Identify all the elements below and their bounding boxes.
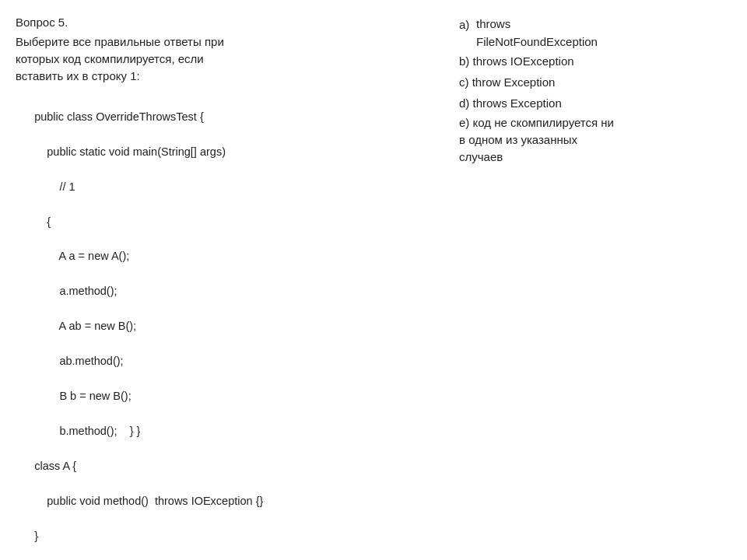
option-a-line2: FileNotFoundException	[476, 35, 598, 48]
code-line-1: public class OverrideThrowsTest {	[34, 110, 204, 123]
code-line-3: // 1	[34, 180, 75, 193]
code-line-8: ab.method();	[34, 355, 123, 367]
page-container: Вопрос 5. Выберите все правильные ответы…	[0, 0, 747, 560]
option-a-label: a)	[459, 16, 473, 51]
option-e-line1: e) код не скомпилируется ни	[459, 116, 614, 129]
option-e-line3: случаев	[459, 150, 503, 163]
option-a-line1: throws	[476, 17, 510, 30]
option-e-line2: в одном из указанных	[459, 133, 577, 146]
option-b: b) throws IOException	[459, 52, 747, 72]
code-line-6: a.method();	[34, 285, 117, 297]
option-a: a) throws FileNotFoundException	[459, 16, 747, 51]
code-line-9: B b = new B();	[34, 390, 132, 402]
code-line-10: b.method(); } }	[34, 425, 140, 437]
question-text-content: Выберите все правильные ответы при котор…	[16, 35, 224, 82]
right-panel: a) throws FileNotFoundException b) throw…	[451, 14, 747, 546]
option-a-text: throws FileNotFoundException	[476, 16, 598, 51]
code-line-5: A a = new A();	[34, 250, 129, 262]
code-line-4: {	[34, 215, 51, 228]
option-c: c) throw Exception	[459, 73, 747, 93]
left-panel: Вопрос 5. Выберите все правильные ответы…	[16, 14, 451, 546]
code-line-13: }	[34, 530, 38, 542]
code-line-2: public static void main(String[] args)	[34, 145, 226, 158]
option-d: d) throws Exception	[459, 94, 747, 114]
code-line-12: public void method() throws IOException …	[34, 495, 263, 507]
question-text: Выберите все правильные ответы при котор…	[16, 33, 436, 84]
code-line-7: A ab = new B();	[34, 320, 136, 332]
option-e: e) код не скомпилируется ни в одном из у…	[459, 114, 747, 165]
options-list: a) throws FileNotFoundException b) throw…	[459, 16, 747, 166]
code-block: public class OverrideThrowsTest { public…	[16, 90, 436, 560]
question-title: Вопрос 5.	[16, 14, 436, 30]
code-line-11: class A {	[34, 460, 76, 472]
